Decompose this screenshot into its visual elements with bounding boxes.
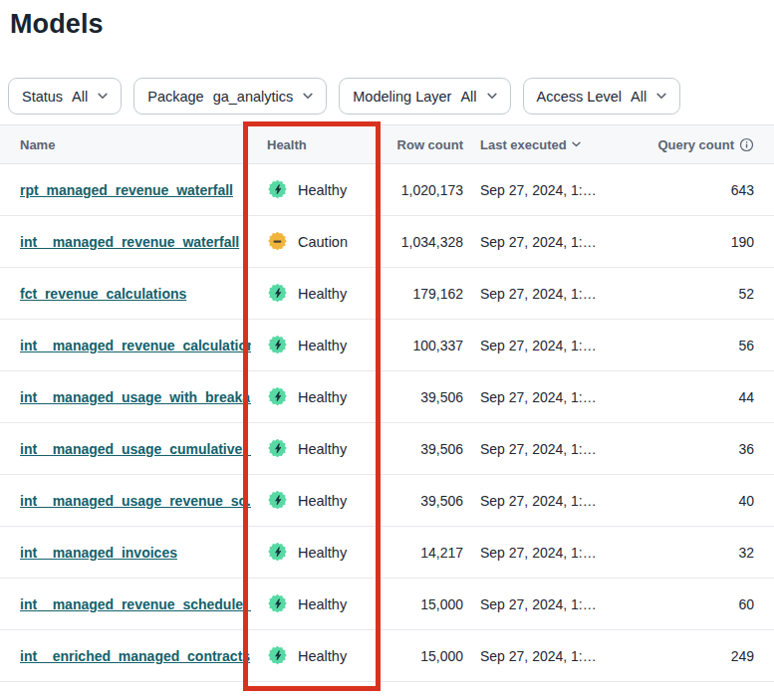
table-row: int__managed_usage_revenue_sc… Healthy 3… bbox=[0, 475, 774, 527]
model-link[interactable]: int__managed_invoices bbox=[20, 545, 177, 561]
name-cell: fct_revenue_calculations bbox=[0, 286, 251, 302]
table-row: int__managed_revenue_schedule_… Healthy … bbox=[0, 579, 774, 630]
health-cell: Healthy bbox=[251, 335, 382, 355]
column-header-last-executed[interactable]: Last executed bbox=[468, 137, 643, 152]
query-count-cell: 40 bbox=[643, 493, 774, 509]
table-row: int__managed_revenue_calculations Health… bbox=[0, 320, 774, 371]
name-cell: int__managed_usage_with_breaka… bbox=[0, 389, 251, 405]
health-cell: Healthy bbox=[251, 386, 382, 407]
column-header-last-executed-label: Last executed bbox=[480, 137, 567, 152]
model-link[interactable]: int__managed_usage_revenue_sc… bbox=[20, 493, 251, 509]
filter-package[interactable]: Package ga_analytics bbox=[133, 78, 327, 115]
model-link[interactable]: int__managed_revenue_calculations bbox=[20, 338, 251, 353]
health-status-label: Healthy bbox=[298, 286, 347, 302]
health-status-label: Healthy bbox=[298, 648, 347, 664]
health-cell: Caution bbox=[251, 231, 382, 252]
last-executed-cell: Sep 27, 2024, 1:… bbox=[468, 648, 643, 664]
query-count-cell: 60 bbox=[643, 596, 774, 612]
row-count-cell: 39,506 bbox=[382, 441, 468, 457]
column-header-row-count: Row count bbox=[382, 137, 468, 152]
health-cell: Healthy bbox=[251, 438, 382, 459]
health-status-icon bbox=[267, 645, 288, 666]
filter-modeling-layer[interactable]: Modeling Layer All bbox=[339, 78, 510, 115]
health-status-icon bbox=[267, 231, 288, 252]
chevron-down-icon bbox=[487, 93, 497, 100]
chevron-down-icon bbox=[303, 93, 313, 100]
chevron-down-icon bbox=[656, 93, 666, 100]
health-status-label: Healthy bbox=[298, 493, 347, 509]
table-row: int__managed_invoices Healthy 14,217 Sep… bbox=[0, 527, 774, 579]
row-count-cell: 1,034,328 bbox=[382, 234, 468, 250]
column-header-name: Name bbox=[0, 137, 251, 152]
sort-chevron-down-icon bbox=[572, 141, 581, 147]
filter-package-value: ga_analytics bbox=[213, 89, 294, 105]
name-cell: rpt_managed_revenue_waterfall bbox=[0, 182, 251, 198]
last-executed-cell: Sep 27, 2024, 1:… bbox=[468, 493, 643, 509]
table-body: rpt_managed_revenue_waterfall Healthy 1,… bbox=[0, 164, 774, 682]
last-executed-cell: Sep 27, 2024, 1:… bbox=[468, 182, 643, 198]
name-cell: int__managed_usage_cumulative_… bbox=[0, 441, 251, 457]
row-count-cell: 100,337 bbox=[382, 338, 468, 353]
filter-modeling-layer-label: Modeling Layer bbox=[353, 89, 451, 105]
health-status-icon bbox=[267, 542, 288, 563]
health-status-label: Healthy bbox=[298, 182, 347, 198]
last-executed-cell: Sep 27, 2024, 1:… bbox=[468, 596, 643, 612]
model-link[interactable]: int__managed_revenue_schedule_… bbox=[20, 596, 251, 612]
health-status-label: Healthy bbox=[298, 545, 347, 561]
model-link[interactable]: int__managed_usage_with_breaka… bbox=[20, 389, 251, 405]
name-cell: int__enriched_managed_contracts bbox=[0, 648, 251, 664]
last-executed-cell: Sep 27, 2024, 1:… bbox=[468, 338, 643, 353]
filter-access-level[interactable]: Access Level All bbox=[523, 78, 681, 115]
query-count-cell: 44 bbox=[643, 389, 774, 405]
info-circle-icon[interactable] bbox=[739, 137, 754, 152]
chevron-down-icon bbox=[98, 93, 108, 100]
query-count-cell: 643 bbox=[643, 182, 774, 198]
health-status-icon bbox=[267, 283, 288, 304]
health-cell: Healthy bbox=[251, 593, 382, 614]
name-cell: int__managed_usage_revenue_sc… bbox=[0, 493, 251, 509]
last-executed-cell: Sep 27, 2024, 1:… bbox=[468, 545, 643, 561]
model-link[interactable]: int__managed_revenue_waterfall bbox=[20, 234, 239, 250]
filter-access-level-value: All bbox=[631, 89, 646, 105]
name-cell: int__managed_invoices bbox=[0, 545, 251, 561]
name-cell: int__managed_revenue_waterfall bbox=[0, 234, 251, 250]
filter-status[interactable]: Status All bbox=[8, 78, 122, 115]
model-link[interactable]: int__enriched_managed_contracts bbox=[20, 648, 250, 664]
health-cell: Healthy bbox=[251, 490, 382, 511]
column-header-query-count[interactable]: Query count bbox=[643, 137, 774, 152]
column-header-health: Health bbox=[251, 137, 382, 152]
filter-package-label: Package bbox=[147, 89, 203, 105]
filter-status-value: All bbox=[72, 89, 88, 105]
table-header-row: Name Health Row count Last executed Quer… bbox=[0, 124, 774, 164]
health-status-label: Caution bbox=[298, 234, 348, 250]
row-count-cell: 15,000 bbox=[382, 648, 468, 664]
health-status-label: Healthy bbox=[298, 596, 347, 612]
column-header-health-label: Health bbox=[267, 137, 307, 152]
health-status-label: Healthy bbox=[298, 441, 347, 457]
table-row: fct_revenue_calculations Healthy 179,162… bbox=[0, 268, 774, 320]
model-link[interactable]: int__managed_usage_cumulative_… bbox=[20, 441, 251, 457]
query-count-cell: 249 bbox=[643, 648, 774, 664]
models-table: Name Health Row count Last executed Quer… bbox=[0, 124, 774, 682]
health-status-icon bbox=[267, 386, 288, 407]
page-title: Models bbox=[10, 9, 774, 40]
column-header-name-label: Name bbox=[20, 137, 55, 152]
page-header: Models bbox=[0, 0, 774, 40]
query-count-cell: 56 bbox=[643, 338, 774, 353]
query-count-cell: 32 bbox=[643, 545, 774, 561]
name-cell: int__managed_revenue_calculations bbox=[0, 338, 251, 353]
model-link[interactable]: rpt_managed_revenue_waterfall bbox=[20, 182, 233, 198]
query-count-cell: 36 bbox=[643, 441, 774, 457]
health-status-label: Healthy bbox=[298, 389, 347, 405]
last-executed-cell: Sep 27, 2024, 1:… bbox=[468, 389, 643, 405]
health-cell: Healthy bbox=[251, 645, 382, 666]
health-status-icon bbox=[267, 490, 288, 511]
row-count-cell: 15,000 bbox=[382, 596, 468, 612]
filter-modeling-layer-value: All bbox=[460, 89, 476, 105]
health-cell: Healthy bbox=[251, 179, 382, 200]
column-header-row-count-label: Row count bbox=[397, 137, 463, 152]
row-count-cell: 1,020,173 bbox=[382, 182, 468, 198]
model-link[interactable]: fct_revenue_calculations bbox=[20, 286, 186, 302]
table-row: rpt_managed_revenue_waterfall Healthy 1,… bbox=[0, 164, 774, 216]
health-status-label: Healthy bbox=[298, 338, 347, 353]
